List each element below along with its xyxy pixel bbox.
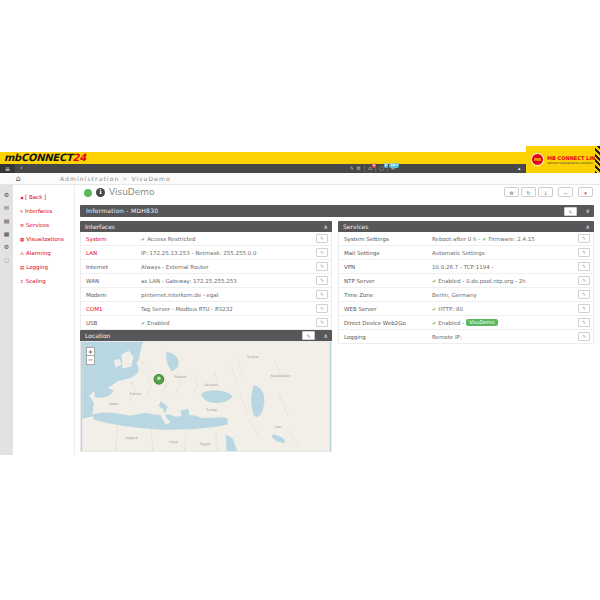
sidebar-item-label: Logging — [26, 264, 48, 270]
company-tagline: remote maintenance solutions — [547, 161, 599, 165]
row-label: Internet — [81, 264, 141, 270]
table-row: System✔Access Restricted✎ — [81, 232, 331, 246]
chevron-up-icon[interactable]: ∧ — [324, 221, 328, 232]
rows-icon: ▤ — [20, 265, 24, 270]
edit-button[interactable]: ✎ — [316, 276, 328, 285]
sidebar-back-link[interactable]: ◀ [ Back ] — [20, 194, 74, 200]
sidebar-item-alarming[interactable]: ⚠Alarming — [20, 250, 74, 256]
row-value: Automatic Settings — [432, 250, 576, 256]
messages-envelope-icon[interactable]: ✉10+ — [391, 164, 395, 173]
envelope-icon[interactable]: ✉ — [0, 204, 13, 211]
edit-button[interactable]: ✎ — [578, 276, 590, 285]
row-value: Berlin, Germany — [432, 292, 576, 298]
row-label: LAN — [81, 250, 141, 256]
sidebar-item-services[interactable]: ⚙Services — [20, 222, 74, 228]
check-icon: ✔ — [482, 236, 486, 242]
interfaces-panel-title: Interfaces — [85, 223, 115, 230]
header-collapse-caret[interactable]: ▴ — [518, 164, 521, 173]
table-row: NTP Server✔Enabled - 0.de.pool.ntp.org -… — [339, 274, 593, 288]
chevron-up-icon[interactable]: ∧ — [324, 330, 328, 341]
content-columns: Interfaces ∧ System✔Access Restricted✎LA… — [80, 221, 594, 452]
lightning-icon: ϟ — [20, 209, 23, 214]
brand-bar: mbCONNECT24 — [0, 152, 600, 164]
edit-button[interactable]: ✎ — [316, 248, 328, 257]
information-header[interactable]: Information - MDH830 ✎ ∨ — [80, 205, 594, 217]
logo-connect: CONNECT — [21, 152, 72, 163]
device-monitor-icon[interactable]: ▢2 — [379, 164, 384, 173]
edit-button[interactable]: ✎ — [578, 290, 590, 299]
status-badge: VisuDemo — [466, 319, 497, 326]
chevron-up-icon[interactable]: ∧ — [586, 221, 590, 232]
row-value: ✔Enabled - 0.de.pool.ntp.org - 2h — [432, 278, 576, 284]
row-value: as LAN - Gateway: 172.25.255.253 — [141, 278, 314, 284]
edit-button[interactable]: ✎ — [578, 248, 590, 257]
row-value: ✔Enabled — [141, 320, 314, 326]
breadcrumb-parent[interactable]: Administration — [60, 175, 119, 182]
toolbar-icons: ϟ ⚙ ⚠1 ▢2 ✉10+ — [350, 164, 395, 173]
sidebar-item-scaling[interactable]: ↕Scaling — [20, 278, 74, 284]
sidebar-back-label: [ Back ] — [25, 194, 46, 200]
warning-icon: ⚠ — [20, 251, 24, 256]
sidebar-item-label: Visualizations — [26, 236, 64, 242]
menu-toggle-button[interactable]: ≡ — [0, 164, 15, 173]
gear-icon: ⚙ — [20, 223, 24, 228]
location-map[interactable]: RussiaPolandUkraineFranceSpainTurkeyKaza… — [80, 341, 332, 452]
zoom-in-button[interactable]: + — [86, 347, 95, 356]
edit-information-button[interactable]: ✎ — [564, 207, 577, 216]
gear-icon[interactable]: ⚙ — [356, 164, 360, 173]
map-country-label: Turkey — [205, 408, 217, 412]
breadcrumb-bar: ⌂ Administration>VisuDemo — [0, 173, 600, 185]
remove-button[interactable]: − — [558, 187, 573, 197]
edit-button[interactable]: ✎ — [316, 262, 328, 271]
services-panel-title: Services — [343, 223, 368, 230]
services-panel-header[interactable]: Services ∧ — [338, 221, 594, 232]
edit-button[interactable]: ✎ — [316, 290, 328, 299]
chevron-down-icon[interactable]: ∨ — [586, 205, 590, 217]
refresh-button[interactable]: ↻ — [521, 187, 536, 197]
location-panel-header[interactable]: Location ✎ ∧ — [80, 330, 332, 341]
edit-button[interactable]: ✎ — [578, 304, 590, 313]
sidebar-item-visualizations[interactable]: ▦Visualizations — [20, 236, 74, 242]
toolbar-separator — [364, 165, 365, 172]
edit-button[interactable]: ✎ — [578, 332, 590, 341]
map-country-label: Russia — [247, 355, 258, 359]
edit-location-button[interactable]: ✎ — [302, 331, 315, 340]
sidebar-item-logging[interactable]: ▤Logging — [20, 264, 74, 270]
information-title: Information - MDH830 — [80, 205, 594, 217]
sidebar-item-interfaces[interactable]: ϟInterfaces — [20, 208, 74, 214]
collapse-back-button[interactable]: ‹ — [20, 164, 23, 172]
home-icon[interactable]: ⌂ — [16, 173, 21, 184]
edit-button[interactable]: ✎ — [578, 318, 590, 327]
archive-icon[interactable]: ▦ — [0, 230, 13, 237]
table-row: COM1Tag Server - Modbus RTU - RS232✎ — [81, 302, 331, 316]
gear-icon[interactable]: ⚙ — [0, 191, 13, 198]
page-title: VisuDemo — [109, 187, 155, 197]
check-icon: ✔ — [141, 236, 145, 242]
left-column: Interfaces ∧ System✔Access Restricted✎LA… — [80, 221, 332, 452]
check-icon: ✔ — [432, 278, 436, 284]
edit-button[interactable]: ✎ — [316, 318, 328, 327]
edit-button[interactable]: ✎ — [578, 262, 590, 271]
wrench-button[interactable]: ⚙ — [504, 187, 519, 197]
download-button[interactable]: ↓ — [538, 187, 553, 197]
circle-icon[interactable]: ◌ — [0, 256, 13, 263]
lightning-icon[interactable]: ϟ — [350, 164, 353, 173]
edit-button[interactable]: ✎ — [316, 234, 328, 243]
row-label: WEB Server — [339, 306, 432, 312]
interfaces-panel-header[interactable]: Interfaces ∧ — [80, 221, 332, 232]
gear-icon[interactable]: ⚙ — [0, 243, 13, 250]
sidebar-item-label: Services — [26, 222, 49, 228]
map-marker[interactable] — [154, 374, 164, 384]
zoom-out-button[interactable]: − — [86, 356, 95, 365]
map-canvas: RussiaPolandUkraineFranceSpainTurkeyKaza… — [81, 342, 331, 451]
caret-up-icon: ▴ — [518, 165, 521, 171]
table-row: LoggingRemote IP:✎ — [339, 330, 593, 343]
edit-button[interactable]: ✎ — [578, 234, 590, 243]
edit-button[interactable]: ✎ — [316, 304, 328, 313]
more-actions-button[interactable]: ▾ — [578, 187, 593, 197]
row-value: Tag Server - Modbus RTU - RS232 — [141, 306, 314, 312]
status-online-dot — [84, 189, 92, 197]
alarm-warning-icon[interactable]: ⚠1 — [368, 164, 372, 173]
monitor2-icon[interactable]: ▤ — [0, 217, 13, 224]
info-icon[interactable]: i — [96, 188, 105, 197]
